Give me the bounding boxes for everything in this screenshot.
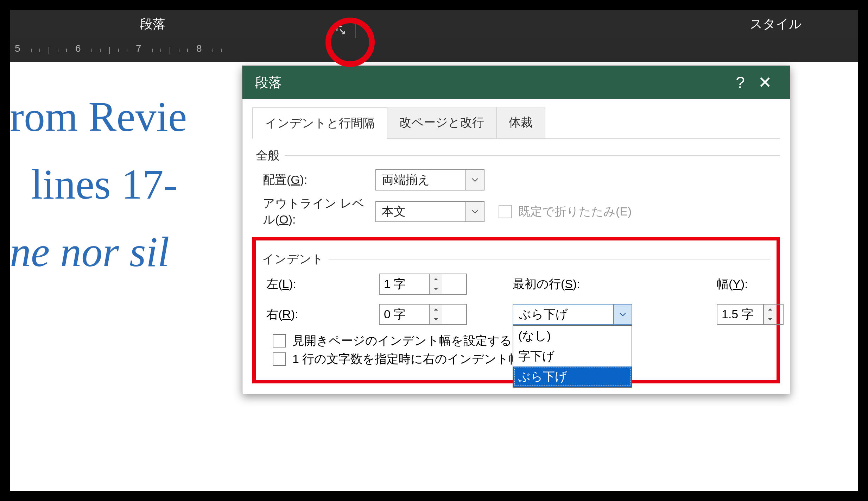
first-line-option-none[interactable]: (なし)	[513, 326, 632, 346]
close-button[interactable]: ✕	[753, 70, 777, 95]
collapse-label: 既定で折りたたみ(E)	[518, 203, 632, 220]
tab-indent-spacing[interactable]: インデントと行間隔	[252, 107, 387, 139]
chevron-down-icon[interactable]	[465, 202, 484, 221]
indent-section-header: インデント	[262, 251, 770, 267]
indent-right-input[interactable]	[380, 305, 429, 324]
ruler-number: 8	[196, 43, 202, 54]
dialog-title: 段落	[255, 74, 282, 92]
alignment-label: 配置(G):	[263, 172, 375, 188]
indent-by-label: 幅(Y):	[717, 276, 798, 292]
spinner-down-icon[interactable]	[430, 314, 442, 324]
indent-left-label: 左(L):	[266, 276, 368, 292]
ribbon-paragraph-label: 段落	[129, 10, 176, 38]
indent-left-input[interactable]	[380, 274, 429, 294]
dialog-tabs: インデントと行間隔 改ページと改行 体裁	[252, 107, 780, 139]
outline-level-select[interactable]: 本文	[375, 201, 484, 222]
help-button[interactable]: ?	[728, 70, 753, 95]
ruler-number: 7	[136, 43, 141, 54]
general-section-header: 全般	[256, 148, 780, 164]
chevron-down-icon[interactable]	[465, 170, 484, 190]
auto-adjust-right-indent-label: 1 行の文字数を指定時に右のインデント幅を	[292, 351, 533, 367]
annotation-red-circle	[325, 18, 375, 67]
ruler-number: 6	[75, 43, 81, 54]
spinner-down-icon[interactable]	[764, 314, 777, 324]
spinner-down-icon[interactable]	[430, 284, 442, 294]
indent-by-input[interactable]	[717, 305, 763, 324]
first-line-label: 最初の行(S):	[513, 276, 664, 292]
paragraph-ribbon-group: 段落	[10, 10, 176, 38]
first-line-dropdown: (なし) 字下げ ぶら下げ	[513, 325, 632, 388]
first-line-option-hanging[interactable]: ぶら下げ	[513, 367, 632, 387]
indent-highlight-frame: インデント 左(L): 最初の行(S): 幅(Y):	[252, 237, 780, 383]
ribbon-styles-label: スタイル	[750, 10, 802, 38]
first-line-option-firstline[interactable]: 字下げ	[513, 346, 632, 367]
spinner-up-icon[interactable]	[764, 305, 777, 314]
alignment-value: 両端揃え	[376, 172, 465, 188]
spinner-up-icon[interactable]	[430, 305, 442, 314]
screenshot-frame: 段落 スタイル 5 6 7 8 rom Rev	[0, 0, 868, 501]
dialog-titlebar[interactable]: 段落 ? ✕	[242, 66, 790, 99]
alignment-select[interactable]: 両端揃え	[375, 169, 484, 190]
first-line-value: ぶら下げ	[513, 306, 613, 322]
mirror-indents-label: 見開きページのインデント幅を設定する(M)	[292, 333, 530, 349]
indent-left-spinner[interactable]	[379, 274, 467, 295]
indent-right-label: 右(R):	[266, 306, 368, 322]
ruler[interactable]: 5 6 7 8	[10, 38, 858, 62]
outline-level-value: 本文	[376, 203, 465, 220]
outline-level-label: アウトライン レベル(O):	[263, 195, 375, 228]
indent-right-spinner[interactable]	[379, 304, 467, 325]
tab-asian-typography[interactable]: 体裁	[496, 107, 545, 138]
collapse-by-default-checkbox: 既定で折りたたみ(E)	[499, 203, 632, 220]
tab-page-line-breaks[interactable]: 改ページと改行	[387, 107, 497, 138]
indent-by-spinner[interactable]	[717, 304, 784, 325]
spinner-up-icon[interactable]	[430, 274, 442, 284]
ribbon-bar: 段落 スタイル	[10, 10, 858, 38]
paragraph-dialog: 段落 ? ✕ インデントと行間隔 改ページと改行 体裁 全般 配置(G): 両端…	[242, 65, 790, 394]
ruler-number: 5	[15, 43, 20, 54]
first-line-select[interactable]: ぶら下げ (なし) 字下げ ぶら下げ	[513, 304, 632, 325]
chevron-down-icon[interactable]	[613, 305, 632, 324]
